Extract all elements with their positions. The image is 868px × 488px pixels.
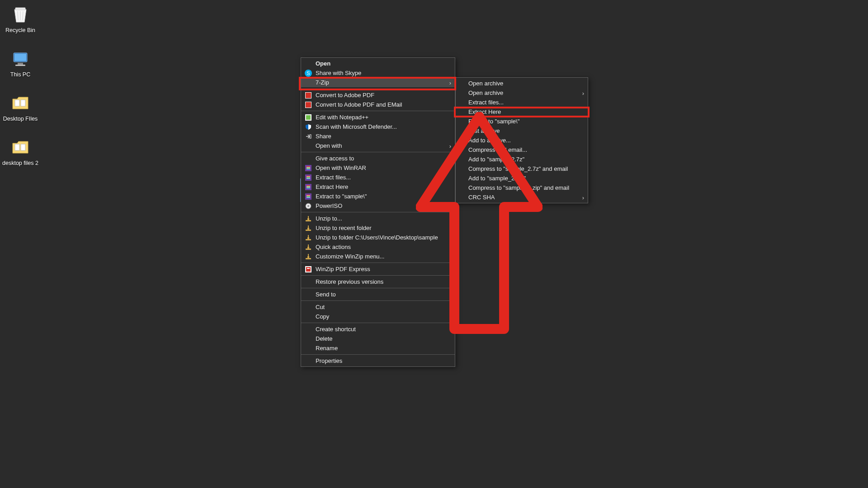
menu-item-rename[interactable]: Rename (301, 343, 455, 353)
menu-item-label: Extract files... (316, 174, 444, 181)
menu-item-label: Unzip to... (316, 215, 444, 222)
menu-item-convert-to-adobe-pdf-and-email[interactable]: Convert to Adobe PDF and EMail (301, 100, 455, 109)
svg-rect-9 (21, 100, 25, 106)
menu-item-extract-to-sample[interactable]: Extract to "sample\" (456, 117, 588, 126)
menu-item-customize-winzip-menu[interactable]: Customize WinZip menu... (301, 252, 455, 261)
menu-item-unzip-to-recent-folder[interactable]: Unzip to recent folder› (301, 223, 455, 233)
folder-icon (9, 92, 31, 114)
menu-item-compress-and-email[interactable]: Compress and email... (456, 145, 588, 155)
menu-item-label: Convert to Adobe PDF (316, 92, 444, 99)
desktop-icon-folder-desktop-files-2[interactable]: desktop files 2 (0, 136, 41, 167)
menu-item-gutter (301, 225, 316, 232)
chevron-right-icon: › (449, 79, 451, 86)
menu-item-label: Open (316, 60, 444, 67)
winzip-icon (305, 225, 312, 232)
poweriso-icon (305, 202, 312, 210)
menu-item-label: Delete (316, 335, 444, 342)
menu-item-create-shortcut[interactable]: Create shortcut (301, 324, 455, 334)
winzip-pdf-icon (305, 266, 312, 273)
menu-item-gutter (301, 174, 316, 181)
menu-item-share[interactable]: Share (301, 131, 455, 141)
menu-item-label: Extract to "sample\" (468, 118, 577, 125)
menu-item-open-with[interactable]: Open with› (301, 141, 455, 150)
menu-item-share-with-skype[interactable]: SShare with Skype (301, 68, 455, 78)
menu-item-edit-with-notepad[interactable]: Edit with Notepad++ (301, 113, 455, 122)
menu-item-copy[interactable]: Copy (301, 312, 455, 321)
menu-item-scan-with-microsoft-defender[interactable]: Scan with Microsoft Defender... (301, 122, 455, 131)
menu-item-open-archive[interactable]: Open archive› (456, 88, 588, 98)
menu-item-label: 7-Zip (316, 79, 444, 86)
menu-separator (301, 111, 455, 111)
menu-item-label: Edit with Notepad++ (316, 114, 444, 121)
menu-item-restore-previous-versions[interactable]: Restore previous versions (301, 277, 455, 286)
menu-item-test-archive[interactable]: Test archive (456, 126, 588, 136)
menu-item-gutter: S (301, 70, 316, 77)
menu-item-unzip-to[interactable]: Unzip to... (301, 214, 455, 223)
menu-item-label: Extract to "sample\" (316, 193, 444, 200)
winzip-icon (305, 253, 312, 260)
menu-item-properties[interactable]: Properties (301, 356, 455, 366)
menu-item-extract-files[interactable]: Extract files... (456, 98, 588, 107)
menu-item-delete[interactable]: Delete (301, 334, 455, 343)
menu-item-crc-sha[interactable]: CRC SHA› (456, 192, 588, 202)
menu-item-cut[interactable]: Cut (301, 302, 455, 312)
menu-item-gutter (301, 253, 316, 260)
menu-item-extract-here[interactable]: Extract Here (301, 182, 455, 192)
menu-item-extract-to-sample[interactable]: Extract to "sample\" (301, 192, 455, 201)
menu-item-winzip-pdf-express[interactable]: WinZip PDF Express› (301, 264, 455, 274)
menu-item-7-zip[interactable]: 7-Zip› (301, 78, 455, 87)
svg-rect-47 (306, 267, 311, 272)
menu-item-add-to-sample-2-zip[interactable]: Add to "sample_2.zip" (456, 174, 588, 183)
menu-item-label: Customize WinZip menu... (316, 253, 444, 260)
menu-item-quick-actions[interactable]: Quick actions› (301, 242, 455, 252)
menu-item-label: Add to "sample_2.zip" (468, 175, 577, 182)
svg-rect-41 (308, 216, 309, 219)
menu-item-gutter (301, 234, 316, 241)
desktop-icon-this-pc[interactable]: This PC (0, 48, 41, 78)
menu-item-label: Compress to "sample_2.zip" and email (468, 184, 577, 191)
menu-item-label: Extract Here (468, 108, 577, 115)
menu-item-label: Convert to Adobe PDF and EMail (316, 101, 444, 108)
menu-item-extract-here[interactable]: Extract Here (456, 107, 588, 117)
svg-rect-26 (307, 176, 310, 177)
skype-icon: S (305, 70, 312, 77)
svg-rect-13 (306, 93, 311, 98)
chevron-right-icon: › (449, 266, 451, 272)
svg-rect-27 (307, 177, 310, 178)
chevron-right-icon: › (449, 291, 451, 298)
context-submenu-7zip[interactable]: Open archiveOpen archive›Extract files..… (455, 77, 588, 203)
recycle-bin-icon (9, 4, 31, 25)
svg-rect-22 (307, 168, 310, 169)
menu-item-add-to-sample-2-7z[interactable]: Add to "sample_2.7z" (456, 155, 588, 164)
svg-rect-23 (307, 169, 310, 170)
menu-item-compress-to-sample-2-7z-and-email[interactable]: Compress to "sample_2.7z" and email (456, 164, 588, 174)
context-menu[interactable]: OpenSShare with Skype7-Zip›Convert to Ad… (301, 57, 455, 367)
svg-rect-5 (14, 54, 26, 61)
winrar-icon (305, 193, 312, 200)
desktop-icon-recycle-bin[interactable]: Recycle Bin (0, 4, 41, 34)
menu-item-label: Unzip to recent folder (316, 225, 444, 231)
menu-item-convert-to-adobe-pdf[interactable]: Convert to Adobe PDF (301, 90, 455, 100)
menu-item-extract-files[interactable]: Extract files... (301, 173, 455, 182)
menu-item-label: Open with (316, 142, 444, 149)
menu-item-send-to[interactable]: Send to› (301, 290, 455, 299)
svg-rect-21 (307, 166, 310, 167)
menu-item-label: Share (316, 133, 444, 140)
desktop-icon-folder-desktop-files[interactable]: Desktop FIles (0, 92, 41, 122)
menu-item-label: Add to archive... (468, 137, 577, 144)
menu-item-poweriso[interactable]: PowerISO› (301, 201, 455, 211)
menu-item-open-archive[interactable]: Open archive (456, 79, 588, 88)
menu-item-open[interactable]: Open (301, 59, 455, 68)
menu-separator (301, 152, 455, 152)
svg-rect-15 (306, 102, 311, 108)
menu-item-gutter (301, 114, 316, 121)
menu-item-label: Copy (316, 313, 444, 320)
menu-item-add-to-archive[interactable]: Add to archive... (456, 136, 588, 145)
menu-item-unzip-to-folder-c-users-vince-desktop-sample[interactable]: Unzip to folder C:\Users\Vince\Desktop\s… (301, 233, 455, 242)
menu-separator (301, 323, 455, 323)
menu-item-compress-to-sample-2-zip-and-email[interactable]: Compress to "sample_2.zip" and email (456, 183, 588, 192)
menu-item-open-with-winrar[interactable]: Open with WinRAR (301, 163, 455, 173)
menu-item-gutter (301, 215, 316, 222)
menu-item-give-access-to[interactable]: Give access to› (301, 154, 455, 163)
menu-item-label: Send to (316, 291, 444, 298)
